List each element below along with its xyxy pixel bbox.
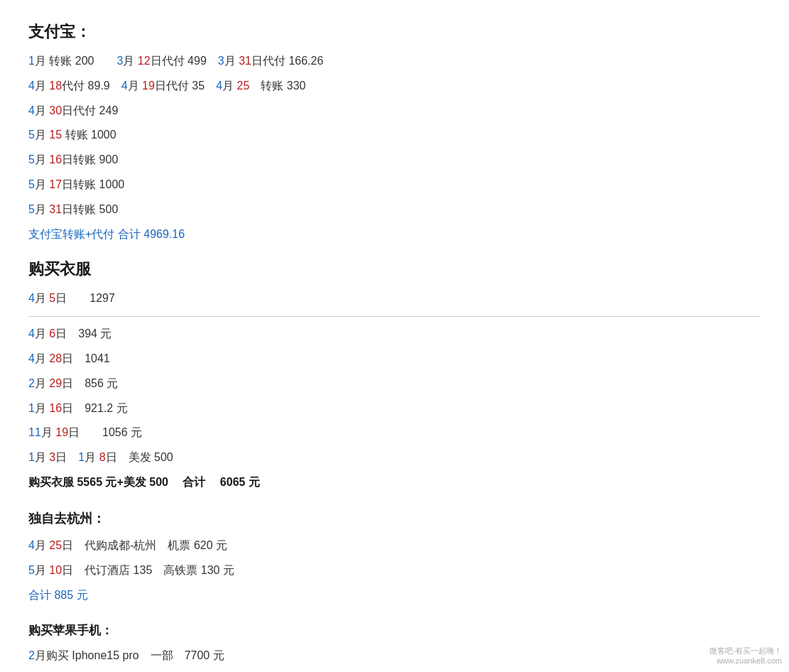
clothes-summary: 购买衣服 5565 元+美发 500 合计 6065 元 <box>28 472 761 493</box>
hangzhou-title: 独自去杭州： <box>28 507 761 530</box>
alipay-title: 支付宝： <box>28 21 761 43</box>
clothes-lines-after: 4月 6日 394 元4月 28日 10412月 29日 856 元1月 16日… <box>28 324 761 468</box>
hangzhou-section: 独自去杭州： 4月 25日 代购成都-杭州 机票 620 元5月 10日 代订酒… <box>28 507 761 606</box>
line: 5月 15 转账 1000 <box>28 125 761 146</box>
line: 11月 19日 1056 元 <box>28 423 761 443</box>
line: 4月 25日 代购成都-杭州 机票 620 元 <box>28 536 761 556</box>
watermark-line2: www.zuanke8.com <box>709 656 782 665</box>
line: 1月 16日 921.2 元 <box>28 399 761 419</box>
phone-lines: 2月购买 Iphone15 pro 一部 7700 元 <box>28 646 761 666</box>
line: 5月 16日转账 900 <box>28 150 761 170</box>
clothes-lines-before: 4月 5日 1297 <box>28 288 761 309</box>
line: 2月购买 Iphone15 pro 一部 7700 元 <box>28 646 761 666</box>
line: 5月 17日转账 1000 <box>28 175 761 195</box>
line: 5月 31日转账 500 <box>28 200 761 220</box>
watermark-line1: 微客吧·有买一起嗨！ <box>709 646 782 656</box>
line: 4月 28日 1041 <box>28 349 761 369</box>
watermark: 微客吧·有买一起嗨！ www.zuanke8.com <box>709 646 782 665</box>
alipay-section: 支付宝： 1月 转账 200 3月 12日代付 499 3月 31日代付 166… <box>28 21 761 244</box>
alipay-lines: 1月 转账 200 3月 12日代付 499 3月 31日代付 166.264月… <box>28 51 761 220</box>
line: 2月 29日 856 元 <box>28 374 761 394</box>
line: 4月 18代付 89.9 4月 19日代付 35 4月 25 转账 330 <box>28 76 761 97</box>
phone-section: 购买苹果手机： 2月购买 Iphone15 pro 一部 7700 元 以上总合… <box>28 620 761 672</box>
hangzhou-summary: 合计 885 元 <box>28 585 761 606</box>
phone-title: 购买苹果手机： <box>28 620 761 642</box>
line: 4月 5日 1297 <box>28 288 761 309</box>
section-divider <box>28 316 761 317</box>
clothes-section: 购买衣服 4月 5日 1297 4月 6日 394 元4月 28日 10412月… <box>28 259 761 492</box>
hangzhou-lines: 4月 25日 代购成都-杭州 机票 620 元5月 10日 代订酒店 135 高… <box>28 536 761 581</box>
line: 1月 3日 1月 8日 美发 500 <box>28 448 761 468</box>
line: 5月 10日 代订酒店 135 高铁票 130 元 <box>28 560 761 581</box>
clothes-title: 购买衣服 <box>28 259 761 280</box>
line: 1月 转账 200 3月 12日代付 499 3月 31日代付 166.26 <box>28 51 761 72</box>
line: 4月 30日代付 249 <box>28 101 761 121</box>
alipay-summary: 支付宝转账+代付 合计 4969.16 <box>28 224 761 245</box>
line: 4月 6日 394 元 <box>28 324 761 345</box>
